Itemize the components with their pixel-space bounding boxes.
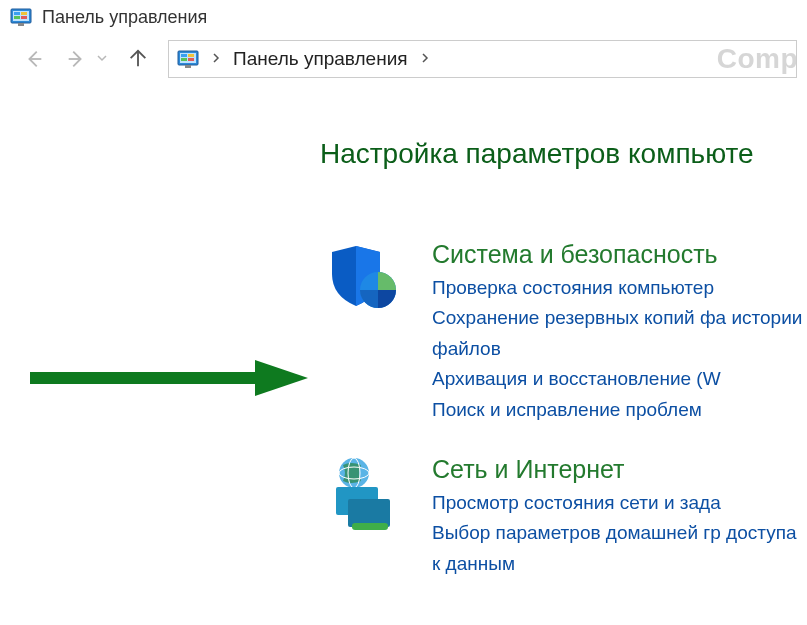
link-troubleshoot[interactable]: Поиск и исправление проблем <box>432 395 807 425</box>
category-system-security: Система и безопасность Проверка состояни… <box>326 240 807 425</box>
window-title: Панель управления <box>42 7 207 28</box>
nav-forward-button[interactable] <box>64 47 88 71</box>
watermark-text: Comp <box>717 43 797 75</box>
navigation-toolbar: Панель управления Comp <box>0 34 807 88</box>
svg-rect-12 <box>188 58 194 61</box>
svg-rect-21 <box>348 499 390 527</box>
window-titlebar: Панель управления <box>0 0 807 34</box>
svg-rect-6 <box>18 23 24 26</box>
svg-rect-10 <box>188 54 194 57</box>
breadcrumb-separator-icon[interactable] <box>414 51 436 67</box>
svg-rect-9 <box>181 54 187 57</box>
link-check-computer-status[interactable]: Проверка состояния компьютер <box>432 273 807 303</box>
svg-marker-15 <box>255 360 308 396</box>
svg-rect-3 <box>21 12 27 15</box>
shield-icon <box>326 240 406 320</box>
category-network-internet: Сеть и Интернет Просмотр состояния сети … <box>326 455 807 579</box>
svg-rect-2 <box>14 12 20 15</box>
network-globe-icon <box>326 455 406 535</box>
address-control-panel-icon <box>177 48 199 70</box>
nav-back-button[interactable] <box>22 47 46 71</box>
category-title-network-internet[interactable]: Сеть и Интернет <box>432 455 807 484</box>
breadcrumb-root[interactable]: Панель управления <box>233 48 408 70</box>
svg-rect-11 <box>181 58 187 61</box>
link-backup-restore[interactable]: Архивация и восстановление (W <box>432 364 807 394</box>
breadcrumb-separator-icon[interactable] <box>205 51 227 67</box>
link-network-status[interactable]: Просмотр состояния сети и зада <box>432 488 807 518</box>
svg-rect-4 <box>14 16 20 19</box>
annotation-arrow-icon <box>30 358 310 398</box>
main-panel: Настройка параметров компьюте Система <box>0 88 807 579</box>
link-file-history-backup[interactable]: Сохранение резервных копий фа истории фа… <box>432 303 807 364</box>
control-panel-icon <box>10 6 32 28</box>
svg-rect-5 <box>21 16 27 19</box>
address-bar[interactable]: Панель управления Comp <box>168 40 797 78</box>
svg-rect-22 <box>352 523 388 530</box>
svg-rect-13 <box>185 65 191 68</box>
category-title-system-security[interactable]: Система и безопасность <box>432 240 807 269</box>
nav-up-button[interactable] <box>126 47 150 71</box>
nav-recent-dropdown[interactable] <box>96 52 108 67</box>
page-heading: Настройка параметров компьюте <box>320 138 807 170</box>
link-homegroup-sharing[interactable]: Выбор параметров домашней гр доступа к д… <box>432 518 807 579</box>
